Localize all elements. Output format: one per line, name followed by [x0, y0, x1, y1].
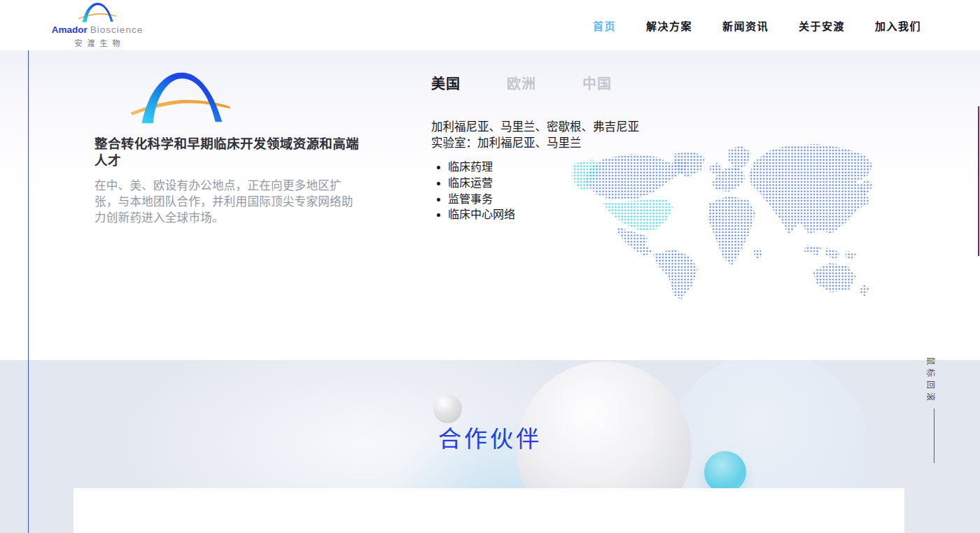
hero-description: 在中、美、欧设有办公地点，正在向更多地区扩张，与本地团队合作，并利用国际顶尖专家… — [94, 178, 359, 226]
partners-section: 合作伙伴 — [0, 360, 980, 533]
brand-logo[interactable]: AmadorBioscience 安渡生物 — [53, 1, 141, 48]
regions-panel: 美国 欧洲 中国 加利福尼亚、马里兰、密歇根、弗吉尼亚 实验室：加利福尼亚、马里… — [431, 73, 879, 339]
hero-title: 整合转化科学和早期临床开发领域资源和高端人才 — [94, 136, 360, 170]
main-nav: 首页 解决方案 新闻资讯 关于安渡 加入我们 — [593, 0, 921, 50]
locations-line2: 实验室：加利福尼亚、马里兰 — [431, 135, 639, 151]
scroll-hint-label: 鼠标回滚 — [925, 357, 937, 404]
brand-name-secondary: Bioscience — [90, 24, 143, 35]
service-item: 临床运营 — [448, 176, 515, 192]
nav-item-solutions[interactable]: 解决方案 — [646, 18, 692, 33]
decor-sphere-cyan — [704, 451, 746, 493]
brand-name-cn: 安渡生物 — [70, 37, 125, 48]
nav-item-news[interactable]: 新闻资讯 — [722, 18, 769, 33]
service-item: 临床中心网络 — [448, 207, 515, 223]
scroll-hint-line — [934, 408, 934, 463]
locations-line1: 加利福尼亚、马里兰、密歇根、弗吉尼亚 — [431, 119, 639, 135]
nav-item-home[interactable]: 首页 — [593, 18, 616, 33]
partners-content-panel — [74, 488, 904, 533]
hero-section: 整合转化科学和早期临床开发领域资源和高端人才 在中、美、欧设有办公地点，正在向更… — [0, 50, 980, 360]
brand-name-primary: Amador — [52, 24, 88, 35]
arch-swoosh-logo-icon — [77, 1, 118, 24]
nav-item-join-us[interactable]: 加入我们 — [875, 18, 921, 33]
dotted-world-map — [570, 140, 878, 302]
region-tabs: 美国 欧洲 中国 — [431, 73, 612, 93]
services-list: 临床药理 临床运营 监管事务 临床中心网络 — [448, 159, 515, 223]
scrollbar-thumb[interactable] — [978, 106, 979, 256]
tab-usa[interactable]: 美国 — [431, 73, 461, 93]
left-accent-rule — [28, 50, 29, 533]
partners-title: 合作伙伴 — [0, 360, 980, 454]
region-locations: 加利福尼亚、马里兰、密歇根、弗吉尼亚 实验室：加利福尼亚、马里兰 — [431, 119, 639, 151]
top-header: AmadorBioscience 安渡生物 首页 解决方案 新闻资讯 关于安渡 … — [0, 0, 980, 50]
service-item: 临床药理 — [448, 159, 515, 176]
service-item: 监管事务 — [448, 192, 515, 208]
tab-europe[interactable]: 欧洲 — [507, 73, 536, 93]
hero-arch-logo-icon — [127, 67, 234, 127]
tab-china[interactable]: 中国 — [582, 73, 612, 93]
brand-name-en: AmadorBioscience — [52, 24, 143, 35]
nav-item-about[interactable]: 关于安渡 — [799, 18, 845, 33]
